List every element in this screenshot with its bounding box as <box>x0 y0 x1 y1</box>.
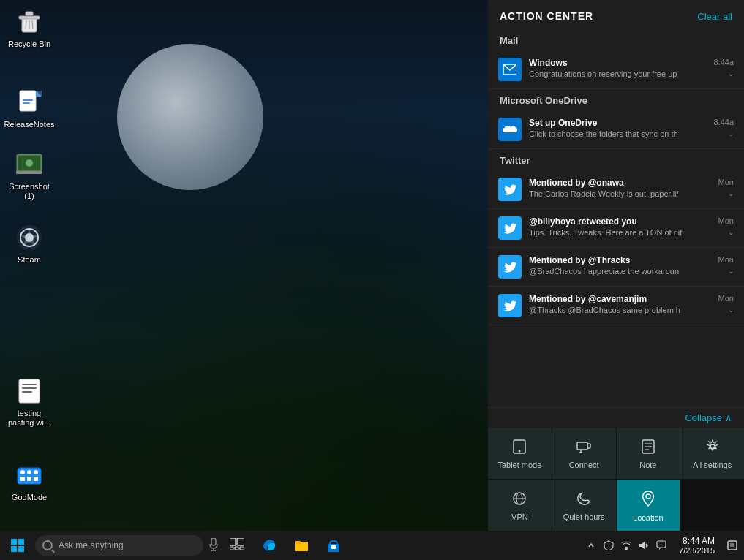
svg-rect-56 <box>235 547 238 550</box>
collapse-button[interactable]: Collapse ∧ <box>685 412 732 423</box>
connect-label: Connect <box>569 461 599 469</box>
svg-rect-10 <box>36 91 42 97</box>
twitter-app-icon-4 <box>498 294 522 317</box>
volume-icon[interactable] <box>637 539 650 552</box>
section-header-onedrive: Microsoft OneDrive <box>488 89 744 110</box>
onedrive-notif-meta: 8:44a ⌄ <box>713 118 734 137</box>
location-label: Location <box>633 513 664 522</box>
screenshot-icon <box>15 150 44 179</box>
notification-onedrive-1[interactable]: Set up OneDrive Click to choose the fold… <box>488 110 744 149</box>
desktop-icon-recycle-bin[interactable]: Recycle Bin <box>4 7 55 49</box>
taskbar-store-app[interactable] <box>317 531 350 560</box>
action-center-button[interactable] <box>721 531 744 560</box>
note-icon-svg <box>642 439 655 454</box>
godmode-icon <box>15 461 44 490</box>
twitter-notif-body-2: Tips. Tricks. Tweaks. Here are a TON of … <box>529 228 713 237</box>
svg-point-24 <box>27 470 31 474</box>
system-tray <box>579 539 673 552</box>
mail-notif-time: 8:44a <box>713 58 734 67</box>
taskbar: Ask me anything <box>0 531 744 560</box>
desktop-icon-releasenotes[interactable]: ReleaseNotes <box>4 88 55 129</box>
desktop-icon-steam[interactable]: Steam <box>4 223 55 265</box>
recycle-bin-label: Recycle Bin <box>4 39 55 49</box>
svg-rect-7 <box>23 99 33 101</box>
twitter-notif-title-4: Mentioned by @cavemanjim <box>529 294 713 304</box>
recycle-bin-icon <box>15 7 44 37</box>
svg-rect-1 <box>19 16 40 19</box>
volume-icon-svg <box>639 540 649 550</box>
notification-mail-1[interactable]: Windows Congratulations on reserving you… <box>488 50 744 89</box>
edge-icon <box>262 538 277 553</box>
notification-twitter-4[interactable]: Mentioned by @cavemanjim @Thracks @BradC… <box>488 287 744 325</box>
tray-message-icon[interactable] <box>655 539 668 552</box>
svg-point-23 <box>20 470 25 474</box>
collapse-section: Collapse ∧ <box>488 407 744 428</box>
notification-twitter-1[interactable]: Mentioned by @onawa The Carlos Rodela We… <box>488 170 744 209</box>
clear-all-button[interactable]: Clear all <box>697 11 732 22</box>
quiet-hours-label: Quiet hours <box>563 512 605 521</box>
taskbar-file-explorer-app[interactable] <box>285 531 317 560</box>
tablet-mode-icon <box>512 439 527 458</box>
cortana-mic-icon[interactable] <box>209 538 218 553</box>
section-header-twitter: Twitter <box>488 149 744 170</box>
security-icon[interactable] <box>602 539 615 552</box>
onedrive-notif-title: Set up OneDrive <box>529 118 707 128</box>
chevron-up-icon <box>588 542 594 548</box>
svg-rect-46 <box>11 539 17 545</box>
desktop-icon-screenshot[interactable]: Screenshot (1) <box>4 150 55 201</box>
svg-rect-14 <box>16 171 42 174</box>
quick-action-location[interactable]: Location <box>617 480 680 531</box>
twitter-notif-meta-2: Mon ⌄ <box>718 216 734 236</box>
search-placeholder: Ask me anything <box>59 540 124 550</box>
taskbar-edge-app[interactable] <box>253 531 285 560</box>
network-icon-svg <box>621 540 631 550</box>
mail-notification-content: Windows Congratulations on reserving you… <box>529 58 707 78</box>
svg-rect-61 <box>331 545 336 549</box>
mic-icon-svg <box>209 538 218 551</box>
svg-rect-53 <box>230 538 236 545</box>
godmode-svg <box>16 462 42 488</box>
desktop-icon-testing[interactable]: testing pasting wi... <box>4 377 55 428</box>
quick-action-connect[interactable]: Connect <box>552 428 616 479</box>
quick-action-vpn[interactable]: VPN <box>488 480 552 531</box>
twitter-chevron-1: ⌄ <box>728 189 734 197</box>
onedrive-notif-chevron: ⌄ <box>728 129 734 137</box>
note-label: Note <box>639 461 656 469</box>
svg-rect-33 <box>577 442 587 450</box>
twitter-notif-time-2: Mon <box>718 216 734 225</box>
settings-icon <box>705 439 720 458</box>
svg-rect-8 <box>23 102 30 104</box>
message-icon-svg <box>656 540 666 550</box>
action-center-header: ACTION CENTER Clear all <box>488 0 744 29</box>
network-icon[interactable] <box>620 539 633 552</box>
svg-point-32 <box>519 450 521 452</box>
steam-svg <box>16 224 42 251</box>
onedrive-notif-time: 8:44a <box>713 118 734 126</box>
quick-action-quiet-hours[interactable]: Quiet hours <box>552 480 616 531</box>
start-button[interactable] <box>0 531 35 560</box>
twitter-notif-time-1: Mon <box>718 178 734 186</box>
svg-rect-49 <box>18 546 24 552</box>
search-box[interactable]: Ask me anything <box>35 535 203 556</box>
releasenotes-svg <box>17 89 42 116</box>
screenshot-label: Screenshot (1) <box>4 182 55 201</box>
twitter-notif-body-3: @BradChacos I appreciate the workaroun <box>529 267 713 276</box>
svg-rect-19 <box>22 384 37 385</box>
task-view-button[interactable] <box>224 538 250 553</box>
system-clock[interactable]: 8:44 AM 7/28/2015 <box>673 536 721 555</box>
notification-twitter-3[interactable]: Mentioned by @Thracks @BradChacos I appr… <box>488 248 744 287</box>
quick-action-note[interactable]: Note <box>617 428 680 479</box>
quick-action-tablet-mode[interactable]: Tablet mode <box>488 428 552 479</box>
recycle-bin-svg <box>16 9 42 35</box>
releasenotes-label: ReleaseNotes <box>4 120 55 129</box>
clock-time: 8:44 AM <box>683 536 715 546</box>
connect-icon <box>576 439 591 458</box>
tray-expand-icon[interactable] <box>585 539 598 552</box>
notification-twitter-2[interactable]: @billyhoya retweeted you Tips. Tricks. T… <box>488 209 744 248</box>
desktop-icon-godmode[interactable]: GodMode <box>4 461 55 502</box>
svg-rect-59 <box>295 541 301 544</box>
quick-action-all-settings[interactable]: All settings <box>680 428 744 479</box>
mail-icon-svg <box>503 64 516 75</box>
twitter-notif-meta-4: Mon ⌄ <box>718 294 734 314</box>
twitter-icon-svg <box>503 184 516 195</box>
